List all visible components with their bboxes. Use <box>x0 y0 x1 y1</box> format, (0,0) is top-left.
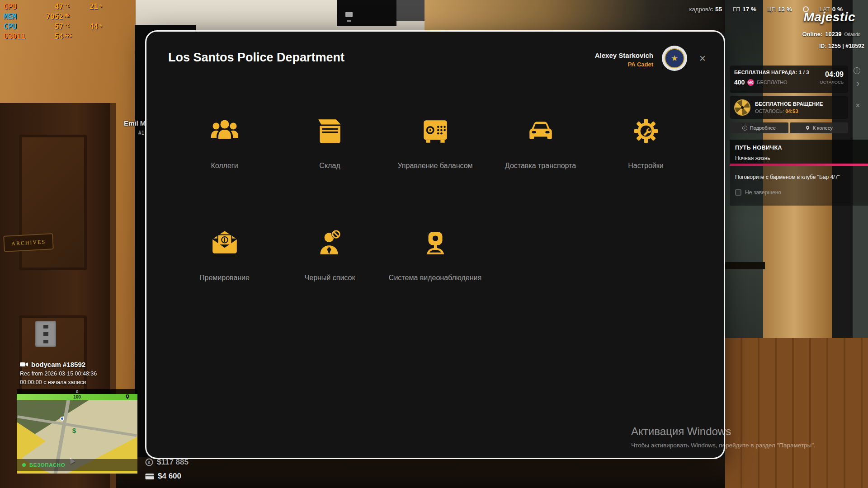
player-id: ID: 1255 | #18592 <box>819 43 864 49</box>
task-panel: Поговорите с барменом в клубе "Бар 4/7" … <box>730 166 868 206</box>
badge-star-icon: ★ <box>665 48 684 68</box>
bank-row: $4 600 <box>145 471 189 481</box>
safe-icon <box>420 116 450 146</box>
wood-floor <box>725 338 868 488</box>
menu-item-bonus[interactable]: Премирование <box>172 228 277 282</box>
wheel-icon <box>734 99 750 116</box>
player-name: Alexey Starkovich <box>595 52 653 59</box>
blacklist-icon <box>315 228 345 258</box>
bonus-envelope-icon <box>210 228 240 258</box>
ceiling-vent <box>396 0 425 21</box>
menu-item-balance[interactable]: Управление балансом <box>382 116 488 170</box>
menu-item-settings[interactable]: Настройки <box>593 116 698 170</box>
menu-item-label: Склад <box>319 162 340 170</box>
close-icon[interactable]: ✕ <box>699 53 706 64</box>
dollar-marker-icon: $ <box>72 427 76 434</box>
newbie-path-panel: ПУТЬ НОВИЧКА Ночная жизнь <box>730 140 868 166</box>
task-text: Поговорите с барменом в клубе "Бар 4/7" <box>735 174 840 180</box>
cash-icon: $ <box>145 458 153 466</box>
task-status-label: Не завершено <box>745 189 781 196</box>
info-icon: i <box>742 126 747 131</box>
online-counter: Online: 10239 Orlando <box>802 31 860 38</box>
menu-item-vehicle-delivery[interactable]: Доставка транспорта <box>488 116 593 170</box>
nametag-name: Emil M <box>124 119 146 127</box>
ability-bar: 0 <box>17 389 137 394</box>
map-pin-icon <box>125 393 130 400</box>
free-reward-card: БЕСПЛАТНАЯ НАГРАДА: 1 / 3 400 МС БЕСПЛАТ… <box>730 66 848 93</box>
wall-top-right <box>425 0 725 32</box>
menu-item-label: Коллеги <box>211 162 238 170</box>
spin-actions: i Подробнее К колесу <box>730 122 848 133</box>
majestic-logo: Majestic <box>804 10 856 24</box>
menu-item-label: Черный список <box>305 274 355 282</box>
free-spin-card: БЕСПЛАТНОЕ ВРАЩЕНИЕ ОСТАЛОСЬ: 04:53 <box>730 96 848 119</box>
to-wheel-button[interactable]: К колесу <box>790 122 849 133</box>
railing <box>725 262 765 269</box>
nametag-id: #1 <box>138 130 146 136</box>
newbie-path-title: ПУТЬ НОВИЧКА <box>735 145 782 151</box>
perf-row-fps: D3D1154FPS <box>4 32 117 42</box>
spin-timer: ОСТАЛОСЬ: 04:53 <box>755 108 823 114</box>
video-camera-icon <box>20 361 28 367</box>
menu-grid: Коллеги Склад <box>172 116 698 282</box>
menu-item-cctv[interactable]: Система видеонаблюдения <box>382 228 488 282</box>
newbie-path-subtitle: Ночная жизнь <box>735 155 770 161</box>
bodycam-rec-line: Rec from 2026-03-15 00:48:36 <box>20 371 97 377</box>
player-nametag: Emil M #1 <box>124 119 146 136</box>
performance-overlay: GPU47°C21% MEM7052MB CPU57°C44% D3D1154F… <box>4 2 117 42</box>
bodycam-elapsed-line: 00:00:00 с начала записи <box>20 379 97 385</box>
menu-item-blacklist[interactable]: Черный список <box>277 228 382 282</box>
dialog-title: Los Santos Police Department <box>168 51 344 65</box>
storage-icon <box>315 116 345 146</box>
windows-watermark: Активация Windows Чтобы активировать Win… <box>631 425 816 449</box>
svg-text:$: $ <box>148 460 150 465</box>
bodycam-overlay: bodycam #18592 Rec from 2026-03-15 00:48… <box>20 361 97 385</box>
server-name: Orlando <box>844 32 860 37</box>
menu-item-label: Настройки <box>628 162 663 170</box>
menu-item-colleagues[interactable]: Коллеги <box>172 116 277 170</box>
light-switch-panel <box>35 321 56 347</box>
info-icon[interactable]: i <box>854 67 860 74</box>
chevron-right-icon[interactable]: › <box>856 78 859 89</box>
car-icon <box>526 116 556 146</box>
menu-item-label: Управление балансом <box>397 162 472 170</box>
perf-row-cpu: CPU57°C44% <box>4 22 117 32</box>
cpu-load: ЦП13 % <box>767 6 792 13</box>
safe-dot-icon <box>22 463 26 467</box>
floor-shadow <box>116 457 725 488</box>
menu-item-label: Доставка транспорта <box>505 162 576 170</box>
perf-row-gpu: GPU47°C21% <box>4 2 117 12</box>
reward-amount: 400 <box>734 79 745 86</box>
security-camera <box>345 12 353 17</box>
money-hud: $ $117 885 $4 600 <box>145 457 189 485</box>
player-info: Alexey Starkovich PA Cadet <box>595 52 653 68</box>
close-icon[interactable]: ✕ <box>855 102 860 109</box>
safezone-indicator: БЕЗОПАСНО <box>17 459 137 471</box>
menu-item-label: Система видеонаблюдения <box>389 274 481 282</box>
details-button[interactable]: i Подробнее <box>730 122 788 133</box>
gear-wrench-icon <box>631 116 661 146</box>
lspd-dialog: Los Santos Police Department Alexey Star… <box>145 30 725 459</box>
reward-timer: 04:09 ОСТАЛОСЬ <box>820 70 844 84</box>
cctv-icon <box>420 228 450 258</box>
fps-counter: кадров/с55 <box>689 6 722 13</box>
archives-sign: ARCHIVES <box>3 233 54 252</box>
minimap: 0 100 $ БЕЗОПАСНО <box>17 389 137 474</box>
checkbox[interactable] <box>735 189 741 196</box>
bodycam-title: bodycam #18592 <box>31 361 85 368</box>
mc-coin-icon: МС <box>747 79 754 86</box>
player-rank: PA Cadet <box>595 61 653 68</box>
reward-free-label: БЕСПЛАТНО <box>757 80 787 85</box>
bank-card-icon <box>145 473 154 480</box>
health-bar: 100 <box>17 394 137 400</box>
spin-title: БЕСПЛАТНОЕ ВРАЩЕНИЕ <box>755 101 823 107</box>
perf-row-mem: MEM7052MB <box>4 12 117 22</box>
people-icon <box>208 116 241 146</box>
task-status-row: Не завершено <box>735 189 781 196</box>
menu-item-warehouse[interactable]: Склад <box>277 116 382 170</box>
map-pin-icon <box>805 125 810 131</box>
gpu-load: ГП17 % <box>733 6 756 13</box>
lspd-badge-logo: ★ <box>662 46 687 71</box>
menu-item-label: Премирование <box>199 274 250 282</box>
